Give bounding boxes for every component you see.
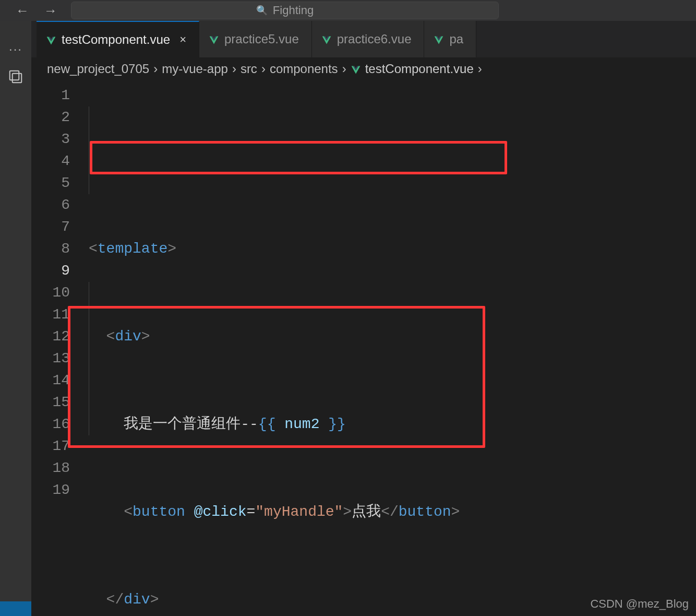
code-editor[interactable]: 1 2 3 4 5 6 7 8 9 10 11 12 13 14 15 16 1… — [31, 80, 696, 616]
breadcrumb[interactable]: new_project_0705 › my-vue-app › src › co… — [31, 57, 696, 80]
chevron-right-icon: › — [232, 62, 236, 76]
crumb-file[interactable]: testComponent.vue — [365, 62, 474, 76]
tab-practice5[interactable]: practice5.vue — [199, 21, 312, 57]
code-line: <template> — [89, 238, 460, 260]
code-line: <button @click="myHandle">点我</button> — [89, 501, 460, 523]
search-icon: 🔍 — [256, 5, 268, 16]
chevron-right-icon: › — [153, 62, 158, 76]
nav-arrows: ← → — [16, 3, 57, 19]
tab-label: pa — [449, 32, 463, 46]
code-line: 我是一个普通组件--{{ num2 }} — [89, 413, 460, 435]
search-box[interactable]: 🔍 Fighting — [71, 2, 499, 19]
svg-rect-0 — [10, 71, 19, 80]
overflow-menu-icon[interactable]: ··· — [0, 42, 31, 56]
tab-testcomponent[interactable]: testComponent.vue × — [37, 21, 199, 57]
crumb[interactable]: my-vue-app — [162, 62, 228, 76]
back-arrow-icon[interactable]: ← — [16, 3, 29, 19]
svg-rect-1 — [13, 74, 22, 83]
forward-arrow-icon[interactable]: → — [44, 3, 57, 19]
editors-icon[interactable] — [0, 69, 31, 87]
code-line: </div> — [89, 589, 460, 611]
activity-indicator — [0, 601, 31, 616]
vue-icon — [321, 34, 332, 44]
line-number-gutter: 1 2 3 4 5 6 7 8 9 10 11 12 13 14 15 16 1… — [31, 85, 79, 616]
tab-bar: testComponent.vue × practice5.vue practi… — [31, 21, 696, 57]
command-bar: ← → 🔍 Fighting — [0, 0, 696, 21]
vue-icon — [46, 34, 56, 45]
code-line: <div> — [89, 326, 460, 348]
crumb[interactable]: components — [270, 62, 338, 76]
chevron-right-icon: › — [478, 62, 482, 76]
tab-label: practice6.vue — [337, 32, 412, 46]
tab-practice6[interactable]: practice6.vue — [312, 21, 425, 57]
close-icon[interactable]: × — [179, 33, 186, 46]
vue-icon — [351, 64, 361, 74]
annotation-box — [90, 141, 507, 174]
chevron-right-icon: › — [342, 62, 346, 76]
crumb[interactable]: new_project_0705 — [47, 62, 149, 76]
main-area: testComponent.vue × practice5.vue practi… — [31, 21, 696, 616]
vue-icon — [209, 34, 219, 44]
activity-bar: ··· — [0, 21, 31, 616]
crumb[interactable]: src — [241, 62, 257, 76]
vue-icon — [434, 34, 444, 44]
chevron-right-icon: › — [261, 62, 266, 76]
watermark: CSDN @mez_Blog — [590, 597, 689, 611]
tab-label: testComponent.vue — [62, 32, 170, 47]
code-content[interactable]: <template> <div> 我是一个普通组件--{{ num2 }} <b… — [79, 85, 460, 616]
indent-guide — [89, 282, 89, 435]
tab-overflow[interactable]: pa — [424, 21, 476, 57]
indent-guide — [89, 106, 89, 194]
tab-label: practice5.vue — [224, 32, 299, 46]
search-placeholder: Fighting — [273, 4, 314, 17]
